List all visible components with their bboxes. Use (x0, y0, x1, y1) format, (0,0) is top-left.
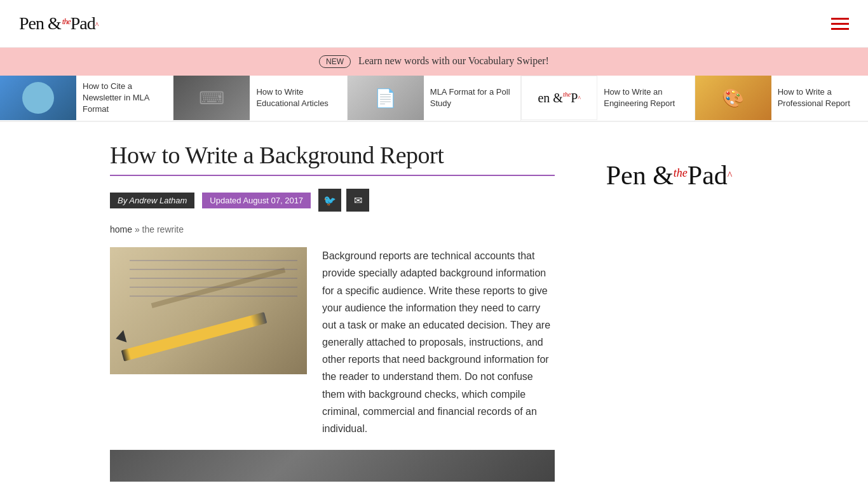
sidebar-logo: Pen &the Pad ^ (580, 141, 758, 210)
related-thumb-4: en &the P^ (521, 76, 597, 120)
related-item-3[interactable]: 📄 MLA Format for a Poll Study (348, 76, 521, 121)
keyboard-icon: ⌨ (199, 88, 224, 109)
main-content: How to Write a Background Report By Andr… (85, 122, 783, 488)
article-title: How to Write a Background Report (110, 141, 555, 177)
paper-line-1 (130, 260, 297, 261)
author-badge: By Andrew Latham (110, 193, 194, 208)
social-icons: 🐦 ✉ (318, 189, 369, 212)
article-body: Background reports are technical account… (110, 247, 555, 437)
paper-line-2 (130, 269, 297, 270)
related-thumb-5: 🎨 (695, 76, 771, 120)
related-thumb-2: ⌨ (173, 76, 250, 120)
sidebar-logo-pad: Pad (688, 160, 728, 191)
person-icon (22, 82, 54, 114)
article-featured-image (110, 247, 307, 374)
breadcrumb-section: the rewrite (142, 224, 184, 234)
sidebar-logo-caret-icon: ^ (728, 170, 733, 181)
article-paragraph: Background reports are technical account… (322, 247, 555, 437)
paper-lines-decoration (130, 260, 297, 304)
site-header: Pen &the Pad ^ (0, 0, 868, 48)
banner-new-tag: NEW (319, 55, 351, 68)
pencil-icon (121, 312, 266, 362)
paper-icon: 📄 (374, 88, 397, 109)
logo-pen-text: Pen &the (19, 13, 71, 34)
twitter-icon: 🐦 (323, 194, 336, 207)
hamburger-line-2 (831, 23, 849, 25)
sidebar-logo-text: Pen &the Pad ^ (593, 160, 745, 191)
related-title-3: MLA Format for a Poll Study (424, 81, 520, 114)
related-title-2: How to Write Educational Articles (250, 81, 346, 114)
author-name: By Andrew Latham (118, 196, 187, 205)
article-sidebar: Pen &the Pad ^ (580, 141, 758, 210)
date-badge: Updated August 07, 2017 (202, 193, 311, 208)
article-layout: How to Write a Background Report By Andr… (110, 141, 758, 482)
related-title-5: How to Write a Professional Report (771, 81, 868, 114)
email-icon: ✉ (354, 194, 362, 207)
related-thumb-1 (0, 76, 76, 120)
pencil-tip-icon (114, 330, 127, 345)
related-item-2[interactable]: ⌨ How to Write Educational Articles (173, 76, 347, 121)
meta-row: By Andrew Latham Updated August 07, 2017… (110, 189, 555, 212)
email-share-button[interactable]: ✉ (346, 189, 369, 212)
hamburger-line-3 (831, 28, 849, 30)
hamburger-line-1 (831, 18, 849, 20)
twitter-share-button[interactable]: 🐦 (318, 189, 341, 212)
article-main: How to Write a Background Report By Andr… (110, 141, 555, 482)
logo-inline-caret-icon: ^ (578, 95, 581, 102)
related-item-4[interactable]: en &the P^ How to Write an Engineering R… (521, 76, 695, 121)
related-item-5[interactable]: 🎨 How to Write a Professional Report (695, 76, 868, 121)
breadcrumb-separator: » (135, 224, 140, 234)
paper-line-5 (130, 295, 297, 297)
related-thumb-3: 📄 (348, 76, 424, 120)
logo-pad-text: Pad (71, 13, 95, 34)
sidebar-logo-pen: Pen &the (606, 160, 688, 191)
related-title-1: How to Cite a Newsletter in MLA Format (76, 76, 173, 121)
logo-inline-the: the (563, 91, 571, 98)
logo-inline-icon: en &the P^ (532, 86, 585, 111)
banner-text: Learn new words with our Vocabulary Swip… (358, 55, 549, 66)
paper-line-3 (130, 278, 297, 279)
paper-line-4 (130, 287, 297, 288)
hamburger-menu[interactable] (831, 18, 849, 30)
related-articles-strip: How to Cite a Newsletter in MLA Format ⌨… (0, 76, 868, 122)
logo-caret-icon: ^ (95, 20, 98, 30)
promo-banner: NEW Learn new words with our Vocabulary … (0, 48, 868, 76)
logo-the: the (62, 17, 71, 26)
breadcrumb-home[interactable]: home (110, 224, 132, 234)
sidebar-logo-the: the (674, 166, 688, 179)
related-item-1[interactable]: How to Cite a Newsletter in MLA Format (0, 76, 173, 121)
breadcrumb: home » the rewrite (110, 224, 555, 234)
related-title-4: How to Write an Engineering Report (597, 81, 694, 114)
paint-icon: 🎨 (722, 88, 744, 109)
article-bottom-image (110, 450, 555, 482)
site-logo[interactable]: Pen &the Pad ^ (19, 13, 98, 34)
